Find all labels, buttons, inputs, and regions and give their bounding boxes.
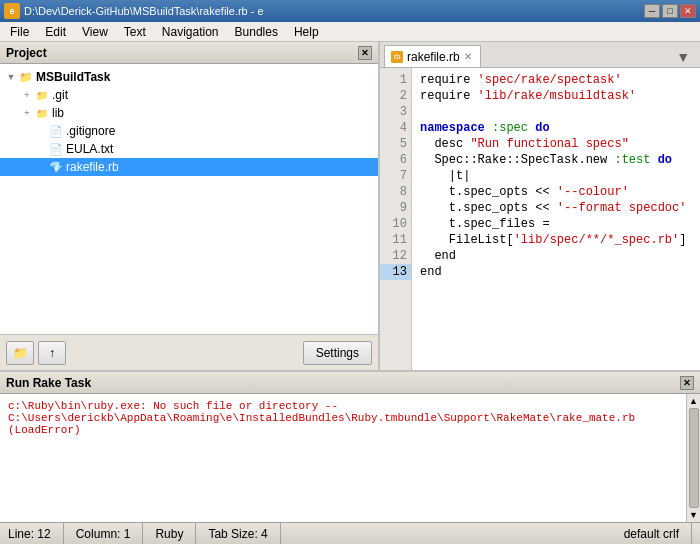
editor-panel: rb rakefile.rb ✕ ▼ 1 2 3 4 5 6 7 8 9 10 — [380, 42, 700, 370]
tree-toggle[interactable]: + — [20, 106, 34, 120]
editor-tab-rakefile[interactable]: rb rakefile.rb ✕ — [384, 45, 481, 67]
menu-item-bundles[interactable]: Bundles — [227, 22, 286, 41]
ruby-file-icon: 💎 — [48, 159, 64, 175]
editor-content[interactable]: 1 2 3 4 5 6 7 8 9 10 11 12 13 require 's… — [380, 68, 700, 370]
tree-item-rakefile[interactable]: 💎 rakefile.rb — [0, 158, 378, 176]
maximize-button[interactable]: □ — [662, 4, 678, 18]
file-icon: 📄 — [48, 123, 64, 139]
menu-item-text[interactable]: Text — [116, 22, 154, 41]
tree-label: EULA.txt — [66, 142, 113, 156]
tree-toggle — [34, 124, 48, 138]
error-line-2: C:\Users\derickb\AppData\Roaming\e\Insta… — [8, 412, 678, 424]
window-title: D:\Dev\Derick-GitHub\MSBuildTask\rakefil… — [24, 5, 644, 17]
bottom-panel: Run Rake Task ✕ c:\Ruby\bin\ruby.exe: No… — [0, 370, 700, 522]
tree-label: .git — [52, 88, 68, 102]
error-line-3: (LoadError) — [8, 424, 678, 436]
project-close-button[interactable]: ✕ — [358, 46, 372, 60]
title-bar: e D:\Dev\Derick-GitHub\MSBuildTask\rakef… — [0, 0, 700, 22]
folder-icon: 📁 — [18, 69, 34, 85]
line-num-5: 5 — [380, 136, 411, 152]
status-tab-size: Tab Size: 4 — [196, 523, 280, 544]
scroll-up-arrow[interactable]: ▲ — [689, 396, 698, 406]
line-num-8: 8 — [380, 184, 411, 200]
error-line-1: c:\Ruby\bin\ruby.exe: No such file or di… — [8, 400, 678, 412]
folder-icon: 📁 — [34, 87, 50, 103]
status-bar: Line: 12 Column: 1 Ruby Tab Size: 4 defa… — [0, 522, 700, 544]
bottom-panel-close-button[interactable]: ✕ — [680, 376, 694, 390]
tree-toggle — [34, 142, 48, 156]
menu-item-view[interactable]: View — [74, 22, 116, 41]
line-num-10: 10 — [380, 216, 411, 232]
folder-icon: 📁 — [34, 105, 50, 121]
tree-label: rakefile.rb — [66, 160, 119, 174]
tree-toggle[interactable]: + — [20, 88, 34, 102]
menu-bar: FileEditViewTextNavigationBundlesHelp — [0, 22, 700, 42]
menu-item-navigation[interactable]: Navigation — [154, 22, 227, 41]
settings-button[interactable]: Settings — [303, 341, 372, 365]
line-num-9: 9 — [380, 200, 411, 216]
project-title: Project — [6, 46, 47, 60]
tree-toggle[interactable]: ▼ — [4, 70, 18, 84]
tab-bar: rb rakefile.rb ✕ ▼ — [380, 42, 700, 68]
menu-item-help[interactable]: Help — [286, 22, 327, 41]
menu-item-file[interactable]: File — [2, 22, 37, 41]
status-line-ending: default crlf — [612, 523, 692, 544]
tree-item-lib[interactable]: + 📁 lib — [0, 104, 378, 122]
bottom-panel-content: c:\Ruby\bin\ruby.exe: No such file or di… — [0, 394, 686, 522]
add-folder-button[interactable]: 📁 — [6, 341, 34, 365]
scroll-thumb[interactable] — [689, 408, 699, 508]
menu-item-edit[interactable]: Edit — [37, 22, 74, 41]
tree-toggle — [34, 160, 48, 174]
app-icon: e — [4, 3, 20, 19]
line-num-3: 3 — [380, 104, 411, 120]
main-layout: Project ✕ ▼ 📁 MSBuildTask + 📁 .git + 📁 — [0, 42, 700, 544]
file-icon: 📄 — [48, 141, 64, 157]
tab-dropdown-button[interactable]: ▼ — [670, 47, 696, 67]
content-area: Project ✕ ▼ 📁 MSBuildTask + 📁 .git + 📁 — [0, 42, 700, 370]
tree-label: lib — [52, 106, 64, 120]
status-language: Ruby — [143, 523, 196, 544]
scroll-down-arrow[interactable]: ▼ — [689, 510, 698, 520]
tab-label: rakefile.rb — [407, 50, 460, 64]
bottom-panel-title: Run Rake Task — [6, 376, 91, 390]
tree-label: MSBuildTask — [36, 70, 110, 84]
code-editor[interactable]: require 'spec/rake/spectask' require 'li… — [412, 68, 700, 370]
line-num-1: 1 — [380, 72, 411, 88]
line-num-13: 13 — [380, 264, 411, 280]
bottom-scrollbar[interactable]: ▲ ▼ — [686, 394, 700, 522]
bottom-panel-header: Run Rake Task ✕ — [0, 372, 700, 394]
line-numbers: 1 2 3 4 5 6 7 8 9 10 11 12 13 — [380, 68, 412, 370]
tab-file-icon: rb — [391, 51, 403, 63]
status-column: Column: 1 — [64, 523, 144, 544]
minimize-button[interactable]: ─ — [644, 4, 660, 18]
line-num-4: 4 — [380, 120, 411, 136]
line-num-11: 11 — [380, 232, 411, 248]
window-controls: ─ □ ✕ — [644, 4, 696, 18]
tree-item-msbuildtask[interactable]: ▼ 📁 MSBuildTask — [0, 68, 378, 86]
project-panel: Project ✕ ▼ 📁 MSBuildTask + 📁 .git + 📁 — [0, 42, 380, 370]
tree-label: .gitignore — [66, 124, 115, 138]
project-tree[interactable]: ▼ 📁 MSBuildTask + 📁 .git + 📁 lib 📄 — [0, 64, 378, 334]
line-num-6: 6 — [380, 152, 411, 168]
code-line-1: require 'spec/rake/spectask' require 'li… — [420, 73, 686, 279]
tab-close-button[interactable]: ✕ — [464, 51, 472, 62]
tree-item-gitignore[interactable]: 📄 .gitignore — [0, 122, 378, 140]
status-line: Line: 12 — [8, 523, 64, 544]
up-button[interactable]: ↑ — [38, 341, 66, 365]
line-num-2: 2 — [380, 88, 411, 104]
project-header: Project ✕ — [0, 42, 378, 64]
close-button[interactable]: ✕ — [680, 4, 696, 18]
line-num-7: 7 — [380, 168, 411, 184]
tree-item-git[interactable]: + 📁 .git — [0, 86, 378, 104]
project-footer: 📁 ↑ Settings — [0, 334, 378, 370]
line-num-12: 12 — [380, 248, 411, 264]
tree-item-eula[interactable]: 📄 EULA.txt — [0, 140, 378, 158]
